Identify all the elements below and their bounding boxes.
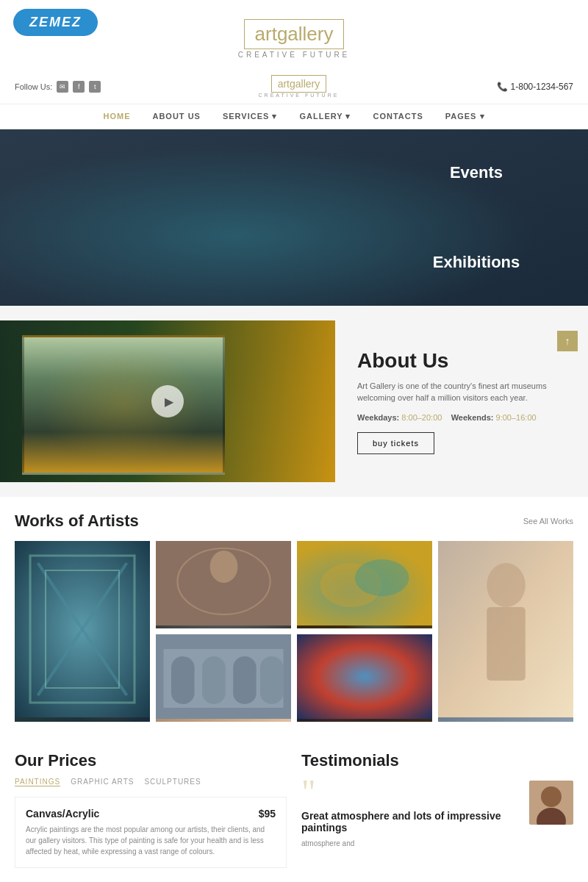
buy-tickets-button[interactable]: buy tickets <box>357 432 434 454</box>
hero-right: Events Exhibitions <box>365 129 588 306</box>
tab-graphic-arts[interactable]: GRAPHIC ARTS <box>71 778 134 786</box>
about-title: About Us <box>357 349 566 373</box>
testimonials-section: Testimonials " Great atmosphere and lots… <box>301 751 573 868</box>
twitter-icon[interactable]: t <box>89 81 101 93</box>
about-video <box>0 320 335 482</box>
about-description: Art Gallery is one of the country's fine… <box>357 380 566 404</box>
works-header: Works of Artists See All Works <box>15 512 573 531</box>
svg-point-8 <box>210 551 238 583</box>
facebook-icon[interactable]: f <box>73 81 85 93</box>
svg-rect-18 <box>260 656 284 704</box>
hero-section: Art Gallery showcasing the best works of… <box>0 129 588 306</box>
testimonial-text: Great atmosphere and lots of impressive … <box>301 810 519 849</box>
price-amount: $95 <box>259 808 276 820</box>
phone-icon: 📞 <box>497 82 508 92</box>
email-icon[interactable]: ✉ <box>57 81 68 93</box>
phone-number: 📞 1-800-1234-567 <box>497 82 573 92</box>
avatar <box>529 781 573 825</box>
works-grid <box>15 541 573 722</box>
svg-point-20 <box>487 563 526 607</box>
hours-info: Weekdays: 8:00–20:00 Weekends: 9:00–16:0… <box>357 413 566 422</box>
nav-pages[interactable]: PAGES ▾ <box>445 112 485 121</box>
testimonial-body: atmosphere and <box>301 838 519 849</box>
zemez-badge[interactable]: ZEMEZ <box>13 9 98 36</box>
tab-sculptures[interactable]: SCULPTURES <box>144 778 201 786</box>
header-logo-text: artgallery <box>278 78 320 90</box>
works-title: Works of Artists <box>15 512 139 531</box>
zemez-label: ZEMEZ <box>29 15 82 29</box>
price-card-description: Acrylic paintings are the most popular a… <box>26 824 276 857</box>
nav-services[interactable]: SERVICES ▾ <box>223 112 278 121</box>
scroll-top-button[interactable]: ↑ <box>557 331 578 351</box>
follow-us: Follow Us: ✉ f t <box>15 81 101 93</box>
about-section: ↑ About Us Art Gallery is one of the cou… <box>0 320 588 482</box>
bottom-section: Our Prices PAINTINGS GRAPHIC ARTS SCULPT… <box>0 736 588 882</box>
svg-point-12 <box>355 559 409 596</box>
work-item[interactable] <box>156 634 291 722</box>
svg-rect-16 <box>202 656 226 704</box>
testimonial-quote: Great atmosphere and lots of impressive … <box>301 810 519 833</box>
works-section: Works of Artists See All Works <box>0 497 588 736</box>
exhibitions-label: Exhibitions <box>433 253 520 272</box>
nav-contacts[interactable]: CONTACTS <box>373 112 423 121</box>
work-item[interactable] <box>15 541 150 722</box>
logo-text: artgallery <box>255 23 334 45</box>
work-item[interactable] <box>297 634 432 722</box>
follow-us-label: Follow Us: <box>15 82 52 91</box>
price-card-name: Canvas/Acrylic <box>26 808 99 820</box>
see-all-works-link[interactable]: See All Works <box>523 517 573 526</box>
tab-paintings[interactable]: PAINTINGS <box>15 778 60 786</box>
price-card: Canvas/Acrylic $95 Acrylic paintings are… <box>15 797 287 868</box>
nav-gallery[interactable]: GALLERY ▾ <box>299 112 351 121</box>
play-button[interactable] <box>151 385 184 417</box>
quote-mark: " <box>301 775 519 810</box>
nav-about[interactable]: ABOUT US <box>152 112 200 121</box>
prices-tabs: PAINTINGS GRAPHIC ARTS SCULPTURES <box>15 778 287 786</box>
svg-rect-22 <box>297 634 432 719</box>
svg-point-25 <box>541 786 562 807</box>
header-tagline: CREATIVE FUTURE <box>259 93 340 98</box>
main-nav: HOME ABOUT US SERVICES ▾ GALLERY ▾ CONTA… <box>0 104 588 129</box>
svg-rect-17 <box>233 656 257 704</box>
work-item[interactable] <box>297 541 432 628</box>
prices-title: Our Prices <box>15 751 287 770</box>
work-item[interactable] <box>156 541 291 628</box>
header-strip: Follow Us: ✉ f t artgallery CREATIVE FUT… <box>0 69 588 104</box>
testimonials-title: Testimonials <box>301 751 573 770</box>
nav-home[interactable]: HOME <box>103 112 130 121</box>
tagline: CREATIVE FUTURE <box>0 51 588 59</box>
svg-rect-21 <box>487 607 526 681</box>
testimonial-content: " Great atmosphere and lots of impressiv… <box>301 781 573 849</box>
events-label: Events <box>450 163 503 182</box>
prices-section: Our Prices PAINTINGS GRAPHIC ARTS SCULPT… <box>15 751 287 868</box>
hero-exhibitions[interactable]: Exhibitions <box>365 219 588 306</box>
header-logo: artgallery CREATIVE FUTURE <box>259 75 340 98</box>
svg-rect-15 <box>171 656 195 704</box>
about-info: ↑ About Us Art Gallery is one of the cou… <box>335 320 588 482</box>
work-item[interactable] <box>438 541 573 722</box>
